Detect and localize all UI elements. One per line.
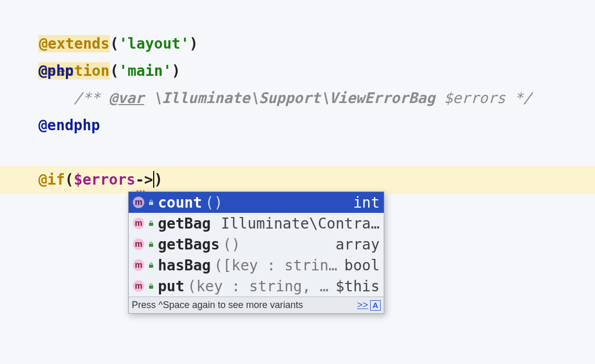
blade-directive: @extends — [38, 35, 110, 52]
completion-footer: Press ^Space again to see more variants … — [129, 297, 384, 313]
completion-item[interactable]: mput(key : string, …$this — [129, 276, 384, 297]
paren-close: ) — [154, 171, 163, 188]
completion-signature: () — [205, 194, 223, 211]
code-line[interactable] — [0, 139, 595, 166]
paren-close: ) — [171, 62, 180, 79]
method-icon: m — [133, 218, 144, 229]
method-icon: m — [133, 280, 144, 292]
completion-name: hasBag — [158, 257, 211, 274]
string-literal: 'layout' — [119, 35, 189, 52]
completion-signature: (key : string, … — [188, 278, 329, 295]
php-variable: $errors — [74, 171, 135, 188]
blade-directive: @php — [38, 62, 73, 79]
completion-item[interactable]: mgetBagIlluminate\Contra… — [129, 213, 384, 234]
completion-name: getBags — [158, 236, 220, 253]
code-editor[interactable]: @extends('layout') @section('main') @php… — [0, 0, 595, 364]
lock-icon — [147, 220, 155, 227]
doc-var: $errors — [444, 89, 506, 107]
completion-return-type: bool — [345, 257, 380, 274]
paren-open: ( — [65, 171, 74, 188]
method-icon: m — [133, 259, 144, 271]
code-line-current[interactable]: @if($errors->) — [0, 166, 595, 194]
string-literal: 'main' — [119, 62, 171, 79]
blade-directive: @if — [38, 171, 65, 188]
completion-name: getBag — [158, 215, 211, 232]
completion-return-type: array — [336, 236, 380, 253]
completion-item[interactable]: mhasBag([key : strin…bool — [129, 255, 384, 276]
completion-return-type: $this — [336, 278, 380, 295]
method-icon: m — [133, 238, 144, 250]
lock-icon — [147, 199, 155, 206]
completion-popup[interactable]: mcount()intmgetBagIlluminate\Contra…mget… — [128, 191, 384, 314]
completion-return-type: Illuminate\Contra… — [221, 215, 380, 232]
arrow-operator: -> — [135, 171, 153, 188]
completion-item[interactable]: mcount()int — [129, 192, 384, 213]
doc-type: \Illuminate\Support\ViewErrorBag — [144, 89, 444, 107]
completion-hint: Press ^Space again to see more variants — [132, 300, 303, 311]
code-line[interactable]: @extends('layout') — [0, 3, 595, 30]
completion-more-link[interactable]: >> — [357, 300, 368, 311]
completion-signature: ([key : strin… — [214, 257, 337, 274]
lock-icon — [147, 282, 155, 290]
blade-directive: @endphp — [38, 117, 100, 134]
doc-comment-open: /** — [74, 89, 109, 107]
code-line[interactable]: @endphp — [0, 112, 595, 139]
method-icon: m — [133, 197, 144, 208]
completion-name: put — [158, 278, 185, 295]
completion-item[interactable]: mgetBags()array — [129, 234, 384, 255]
lock-icon — [147, 241, 155, 248]
doc-comment-close: */ — [506, 89, 532, 107]
completion-name: count — [158, 194, 202, 211]
completion-signature: () — [223, 236, 241, 253]
code-line[interactable]: /** @var \Illuminate\Support\ViewErrorBa… — [0, 85, 595, 112]
lock-icon — [147, 261, 155, 269]
completion-badge: A — [370, 300, 381, 311]
doc-tag: @var — [109, 89, 144, 107]
completion-return-type: int — [353, 194, 380, 211]
paren-open: ( — [110, 62, 119, 79]
paren-open: ( — [110, 35, 119, 52]
paren-close: ) — [189, 35, 198, 52]
